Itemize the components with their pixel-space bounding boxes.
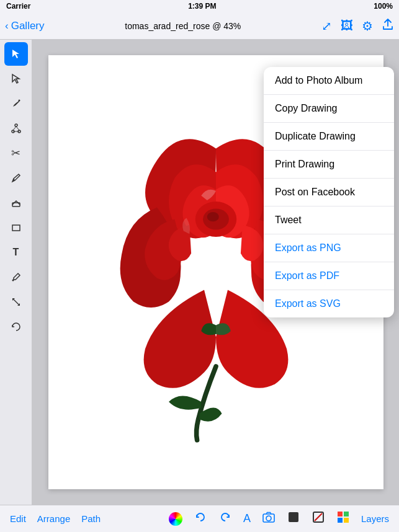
undo-button[interactable] (194, 510, 207, 527)
time-label: 1:39 PM (188, 2, 216, 11)
post-on-facebook-item[interactable]: Post on Facebook (264, 179, 394, 206)
battery-label: 100% (374, 2, 393, 11)
expand-icon[interactable]: ⤢ (321, 19, 332, 33)
share-icon[interactable] (382, 18, 394, 33)
export-svg-item[interactable]: Export as SVG (264, 290, 394, 317)
print-drawing-item[interactable]: Print Drawing (264, 151, 394, 179)
color-grid-button[interactable] (336, 510, 350, 527)
svg-point-15 (266, 516, 271, 521)
svg-rect-21 (338, 518, 343, 523)
eyedropper-tool[interactable] (4, 265, 28, 289)
canvas-area: Add to Photo Album Copy Drawing Duplicat… (32, 40, 399, 505)
nav-bar: ‹ Gallery tomas_arad_red_rose @ 43% ⤢ 🖼 … (0, 12, 399, 40)
back-label: Gallery (11, 20, 45, 32)
pen-tool[interactable] (4, 92, 28, 115)
bottom-left-group: Edit Arrange Path (10, 513, 101, 524)
color-wheel-button[interactable] (169, 512, 182, 526)
node-tool[interactable] (4, 117, 28, 140)
subselect-tool[interactable] (4, 67, 28, 91)
left-toolbar: ✂ T (0, 40, 32, 505)
text-style-button[interactable]: A (243, 512, 251, 525)
svg-point-13 (207, 212, 218, 221)
back-button[interactable]: ‹ Gallery (5, 20, 45, 32)
gear-icon[interactable]: ⚙ (362, 19, 373, 33)
svg-line-10 (14, 299, 19, 304)
back-chevron-icon: ‹ (5, 20, 9, 32)
svg-rect-16 (289, 512, 298, 522)
arrange-button[interactable]: Arrange (37, 513, 70, 524)
stroke-icon[interactable] (312, 510, 325, 527)
duplicate-drawing-item[interactable]: Duplicate Drawing (264, 123, 394, 151)
square-icon[interactable] (287, 510, 300, 527)
rect-tool[interactable] (4, 216, 28, 239)
scale-tool[interactable] (4, 290, 28, 314)
export-pdf-item[interactable]: Export as PDF (264, 262, 394, 290)
text-tool[interactable]: T (4, 241, 28, 264)
camera-button[interactable] (262, 510, 276, 527)
image-icon[interactable]: 🖼 (341, 19, 353, 33)
add-to-photo-album-item[interactable]: Add to Photo Album (264, 67, 394, 95)
svg-line-18 (315, 513, 322, 521)
scissors-tool[interactable]: ✂ (4, 141, 28, 165)
export-png-item[interactable]: Export as PNG (264, 234, 394, 262)
layers-button[interactable]: Layers (361, 513, 389, 524)
dropdown-menu: Add to Photo Album Copy Drawing Duplicat… (264, 67, 394, 317)
bottom-right-group: A Layers (169, 510, 389, 527)
svg-line-5 (16, 126, 19, 130)
main-area: ✂ T (0, 40, 399, 505)
svg-rect-19 (338, 512, 343, 516)
svg-point-9 (12, 280, 14, 282)
svg-rect-8 (12, 225, 20, 231)
select-tool[interactable] (4, 42, 28, 66)
svg-rect-20 (344, 512, 349, 516)
svg-line-4 (13, 126, 16, 130)
tweet-item[interactable]: Tweet (264, 206, 394, 234)
nav-actions: ⤢ 🖼 ⚙ (321, 18, 394, 33)
redo-button[interactable] (218, 510, 232, 527)
svg-rect-22 (344, 518, 349, 523)
pencil-tool[interactable] (4, 166, 28, 190)
carrier-label: Carrier (6, 2, 30, 11)
svg-point-1 (15, 124, 17, 126)
eraser-tool[interactable] (4, 191, 28, 215)
path-button[interactable]: Path (81, 513, 101, 524)
nav-title: tomas_arad_red_rose @ 43% (125, 21, 241, 31)
rotate-tool[interactable] (4, 315, 28, 339)
svg-point-0 (18, 100, 20, 102)
bottom-toolbar: Edit Arrange Path A Layers (0, 505, 399, 532)
status-bar: Carrier 1:39 PM 100% (0, 0, 399, 12)
copy-drawing-item[interactable]: Copy Drawing (264, 95, 394, 123)
edit-button[interactable]: Edit (10, 513, 26, 524)
